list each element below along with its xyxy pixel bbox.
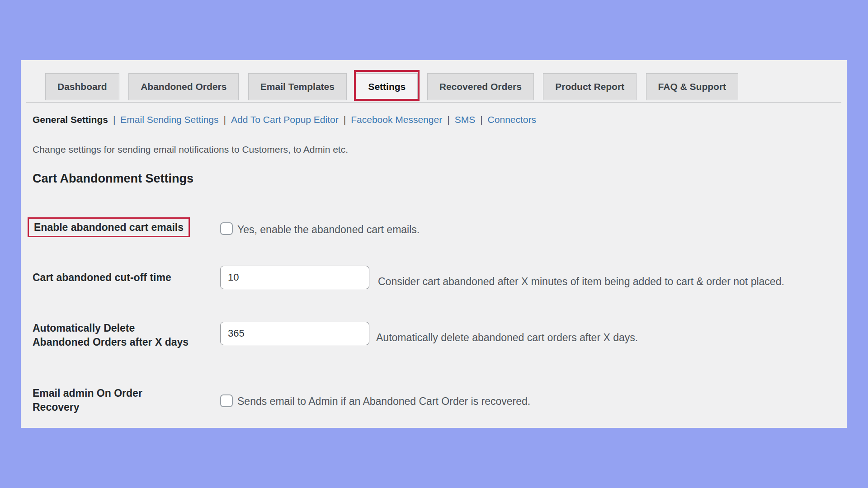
settings-panel: Dashboard Abandoned Orders Email Templat… [21,60,847,428]
tab-bar: Dashboard Abandoned Orders Email Templat… [26,73,841,103]
enable-emails-checkbox-label: Yes, enable the abandoned cart emails. [237,223,420,236]
enable-emails-label-highlight-box: Enable abandoned cart emails [28,217,190,237]
email-admin-checkbox[interactable] [220,394,233,407]
tab-settings[interactable]: Settings [356,73,418,100]
auto-delete-label-line1: Automatically Delete [33,321,189,335]
auto-delete-label: Automatically Delete Abandoned Orders af… [33,321,189,349]
subnav-connectors[interactable]: Connectors [488,114,536,125]
tab-settings-label: Settings [368,81,406,92]
subnav-separator: | [224,114,226,125]
settings-intro-text: Change settings for sending email notifi… [33,144,348,155]
auto-delete-description: Automatically delete abandoned cart orde… [376,331,638,344]
settings-subnav: General Settings|Email Sending Settings|… [33,114,536,125]
subnav-separator: | [480,114,482,125]
enable-emails-checkbox[interactable] [220,222,233,235]
tab-email-templates[interactable]: Email Templates [248,73,347,100]
subnav-general-settings[interactable]: General Settings [33,114,108,125]
tab-abandoned-orders[interactable]: Abandoned Orders [128,73,239,100]
email-admin-label: Email admin On Order Recovery [33,386,142,414]
subnav-add-to-cart-popup-editor[interactable]: Add To Cart Popup Editor [231,114,339,125]
email-admin-label-line1: Email admin On Order [33,386,142,400]
subnav-separator: | [344,114,346,125]
subnav-separator: | [113,114,115,125]
subnav-separator: | [447,114,449,125]
section-title: Cart Abandonment Settings [33,172,193,186]
tab-recovered-orders[interactable]: Recovered Orders [427,73,534,100]
tab-dashboard[interactable]: Dashboard [45,73,119,100]
auto-delete-label-line2: Abandoned Orders after X days [33,335,189,349]
subnav-facebook-messenger[interactable]: Facebook Messenger [351,114,442,125]
cutoff-time-label: Cart abandoned cut-off time [33,271,171,285]
cutoff-time-input[interactable] [220,266,369,289]
tab-product-report[interactable]: Product Report [543,73,637,100]
cutoff-time-description: Consider cart abandoned after X minutes … [378,275,784,288]
tab-faq-support[interactable]: FAQ & Support [646,73,739,100]
enable-emails-label: Enable abandoned cart emails [34,221,184,233]
auto-delete-input[interactable] [220,322,369,345]
subnav-email-sending-settings[interactable]: Email Sending Settings [120,114,218,125]
email-admin-label-line2: Recovery [33,400,142,414]
email-admin-checkbox-label: Sends email to Admin if an Abandoned Car… [237,395,530,408]
subnav-sms[interactable]: SMS [455,114,476,125]
